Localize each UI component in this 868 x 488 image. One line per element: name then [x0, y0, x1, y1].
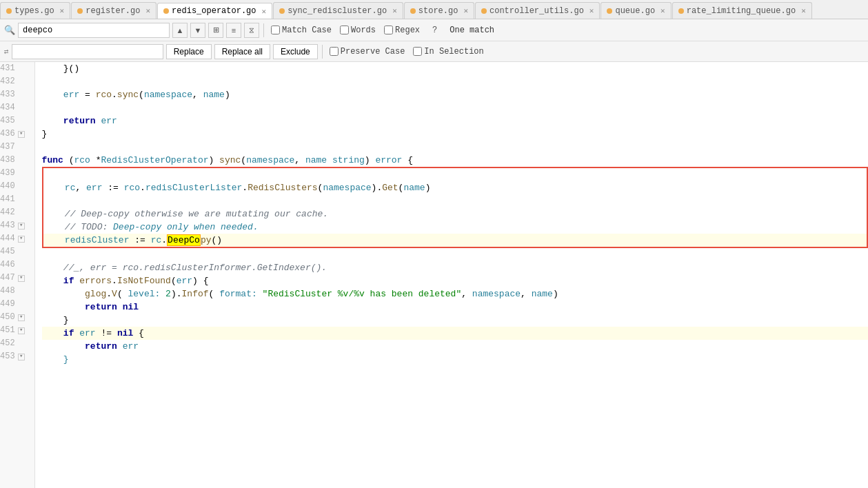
fold-icon[interactable]: ▾: [18, 354, 25, 360]
tab-close-types[interactable]: ✕: [60, 6, 65, 15]
fold-icon[interactable]: ▾: [18, 236, 25, 243]
in-selection-checkbox[interactable]: [413, 47, 422, 56]
in-selection-option[interactable]: In Selection: [413, 47, 483, 57]
line-num-text: 452: [0, 337, 15, 350]
tab-queue[interactable]: queue.go ✕: [600, 2, 671, 19]
selection-region: rc, err := rco.redisClusterLister.RedisC…: [42, 167, 868, 248]
replace-options: Preserve Case In Selection: [330, 47, 484, 57]
fold-icon[interactable]: ▾: [18, 275, 25, 282]
code-line: if errors.IsNotFound(err) {: [42, 274, 868, 287]
tab-types[interactable]: types.go ✕: [0, 2, 70, 19]
line-num-text: 448: [0, 285, 15, 298]
line-num-text: 453: [0, 350, 15, 363]
search-options: Match Case Words Regex ?: [271, 23, 441, 38]
tab-bar: types.go ✕ register.go ✕ redis_operator.…: [0, 0, 868, 19]
words-checkbox[interactable]: [340, 26, 349, 34]
tab-label-controller-utils: controller_utils.go: [489, 6, 584, 16]
line-num-text: 437: [0, 141, 15, 154]
line-number: 446: [0, 258, 29, 272]
code-line: }: [42, 353, 868, 366]
line-num-text: 435: [0, 114, 15, 128]
preserve-case-checkbox[interactable]: [330, 47, 339, 56]
code-line: [42, 141, 868, 154]
tab-icon-store: [410, 8, 416, 14]
tab-label-register: register.go: [85, 6, 140, 16]
code-line: [43, 194, 867, 207]
line-number: 438: [0, 154, 29, 167]
replace-button[interactable]: Replace: [166, 44, 212, 59]
tab-label-queue: queue.go: [615, 6, 655, 16]
match-case-checkbox[interactable]: [271, 26, 280, 34]
code-line: if err != nil {: [42, 327, 868, 340]
regex-label: Regex: [395, 26, 420, 35]
search-input[interactable]: [18, 23, 170, 38]
next-match-button[interactable]: ▼: [190, 23, 205, 38]
code-line: // Deep-copy otherwise we are mutating o…: [43, 207, 867, 221]
fold-icon[interactable]: ▾: [18, 131, 25, 138]
line-number: 440: [0, 180, 29, 193]
code-line: return err: [42, 114, 868, 128]
search-icon: 🔍: [4, 25, 15, 36]
fold-icon[interactable]: ▾: [18, 327, 25, 334]
line-num-text: 446: [0, 258, 15, 272]
code-content: }() err = rco.sync(namespace, name) retu…: [35, 62, 868, 488]
exclude-button[interactable]: Exclude: [273, 44, 318, 59]
tab-close-sync[interactable]: ✕: [392, 6, 397, 15]
tab-store[interactable]: store.go ✕: [404, 2, 474, 19]
tab-close-register[interactable]: ✕: [145, 6, 150, 15]
line-number: 442: [0, 206, 29, 219]
line-num-text: 450: [0, 311, 15, 324]
match-case-label: Match Case: [282, 26, 332, 35]
line-number: 452: [0, 337, 29, 350]
code-line: [42, 75, 868, 88]
tab-close-queue[interactable]: ✕: [660, 6, 665, 15]
replace-bar: ⇄ Replace Replace all Exclude Preserve C…: [0, 41, 868, 62]
fold-icon[interactable]: ▾: [18, 314, 25, 321]
line-num-text: 433: [0, 88, 15, 101]
tab-sync-rediscluster[interactable]: sync_rediscluster.go ✕: [273, 2, 403, 19]
tab-icon-sync: [279, 8, 285, 14]
line-number: 448: [0, 285, 29, 298]
regex-checkbox[interactable]: [384, 26, 393, 34]
code-line: redisCluster := rc.DeepCopy(): [43, 234, 867, 247]
code-line: return nil: [42, 301, 868, 314]
replace-input[interactable]: [12, 44, 163, 59]
line-number: 451▾: [0, 324, 29, 337]
code-line: [42, 248, 868, 261]
line-num-text: 447: [0, 272, 15, 285]
replace-all-button[interactable]: Replace all: [214, 44, 270, 59]
match-status: One match: [450, 26, 494, 35]
find-in-selection-button[interactable]: ⊞: [208, 23, 223, 38]
filter-button[interactable]: ⧖: [244, 23, 259, 38]
line-num-text: 440: [0, 180, 15, 193]
tab-close-redis-operator[interactable]: ✕: [262, 7, 267, 16]
line-num-text: 449: [0, 298, 15, 311]
tab-label-redis-operator: redis_operator.go: [172, 6, 256, 16]
prev-match-button[interactable]: ▲: [172, 23, 188, 38]
code-line: }(): [42, 62, 868, 75]
line-num-text: 441: [0, 193, 15, 206]
tab-rate-limiting-queue[interactable]: rate_limiting_queue.go ✕: [672, 2, 812, 19]
line-num-text: 438: [0, 154, 15, 167]
code-line: err = rco.sync(namespace, name): [42, 88, 868, 101]
match-case-option[interactable]: Match Case: [271, 26, 332, 35]
preserve-case-option[interactable]: Preserve Case: [330, 47, 405, 57]
tab-redis-operator[interactable]: redis_operator.go ✕: [157, 3, 272, 19]
line-number: 433: [0, 88, 29, 101]
toggle-details-button[interactable]: ≡: [226, 23, 241, 38]
tab-close-controller-utils[interactable]: ✕: [589, 6, 594, 15]
tab-icon-redis-operator: [163, 8, 169, 14]
line-number: 436▾: [0, 128, 29, 141]
tab-controller-utils[interactable]: controller_utils.go ✕: [475, 2, 600, 19]
tab-icon-queue: [607, 8, 612, 14]
fold-icon[interactable]: ▾: [18, 223, 25, 230]
replace-icon: ⇄: [4, 47, 9, 56]
words-option[interactable]: Words: [340, 26, 376, 35]
regex-option[interactable]: Regex: [384, 26, 420, 35]
tab-register[interactable]: register.go ✕: [71, 2, 157, 19]
line-num-text: 436: [0, 128, 15, 141]
line-number: 444▾: [0, 232, 29, 245]
help-button[interactable]: ?: [428, 23, 441, 38]
tab-close-rate-limiting[interactable]: ✕: [801, 6, 806, 15]
tab-close-store[interactable]: ✕: [463, 6, 468, 15]
